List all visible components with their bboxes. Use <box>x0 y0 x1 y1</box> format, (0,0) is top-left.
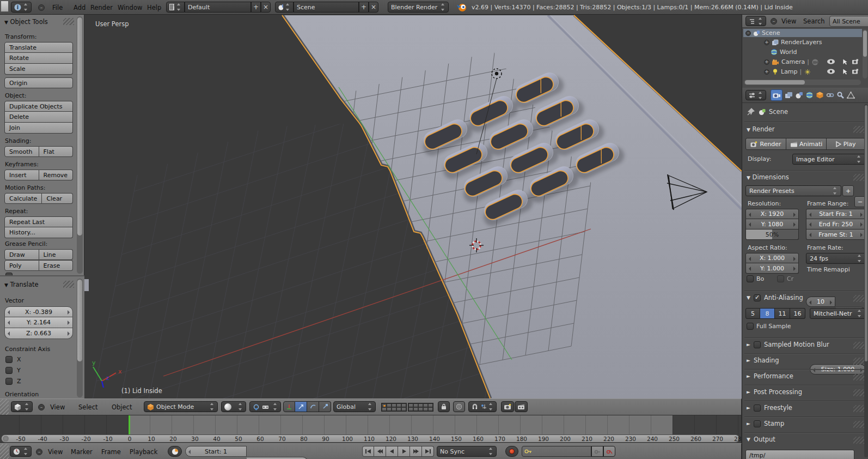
layers-widget-group1[interactable] <box>381 403 407 412</box>
tab-render-layers[interactable] <box>785 92 793 99</box>
vp-menu-object[interactable]: Object <box>112 403 132 411</box>
layer-toggle[interactable] <box>392 407 396 411</box>
insert-keyframe-button[interactable] <box>591 446 603 457</box>
area-corner-widget[interactable] <box>0 399 9 415</box>
panel-performance[interactable]: ►Performance <box>747 372 793 380</box>
sync-mode-select[interactable]: No Sync <box>437 446 497 457</box>
gp-poly-button[interactable]: Poly <box>4 260 39 271</box>
tab-modifiers[interactable] <box>836 92 845 99</box>
origin-button[interactable]: Origin <box>4 77 73 88</box>
add-scene-button[interactable]: + <box>359 2 369 13</box>
aa-filter-select[interactable]: Mitchell-Netr <box>810 308 866 319</box>
area-corner-widget[interactable] <box>0 444 9 459</box>
play-button[interactable] <box>398 446 410 457</box>
panel-shading[interactable]: ►Shading <box>747 357 779 364</box>
play-animation-button[interactable]: Play <box>827 138 865 150</box>
layer-toggle[interactable] <box>396 403 401 407</box>
vp-menu-view[interactable]: View <box>50 403 65 411</box>
properties-vscrollbar[interactable] <box>864 104 868 457</box>
layer-toggle[interactable] <box>418 403 423 407</box>
menu-add[interactable]: Add <box>74 4 85 11</box>
vector-x-field[interactable]: X: -0.389 <box>4 306 73 317</box>
panel-drag-widget[interactable] <box>63 281 74 288</box>
lamp-data-icon[interactable] <box>804 69 811 75</box>
collapse-icon[interactable]: – <box>745 31 751 36</box>
display-select[interactable]: Image Editor <box>792 154 865 165</box>
manipulator-axis-toggle[interactable] <box>283 401 295 412</box>
auto-keyframe-toggle[interactable] <box>505 446 518 457</box>
layer-toggle[interactable] <box>428 407 433 411</box>
freestyle-checkbox[interactable] <box>754 404 761 412</box>
delete-button[interactable]: Delete <box>4 112 73 123</box>
viewport-canvas[interactable]: y x z User Persp (1) Lid Inside <box>84 15 742 398</box>
tab-world[interactable] <box>805 92 814 99</box>
outliner-row-renderlayers[interactable]: + RenderLayers <box>764 39 822 46</box>
tab-constraints[interactable] <box>826 92 834 99</box>
pivot-point-select[interactable] <box>249 401 281 412</box>
vector-z-field[interactable]: Z: 0.663 <box>4 328 73 339</box>
remove-keyframe-button[interactable]: Remove <box>39 170 74 180</box>
object-tools-panel-header[interactable]: ▼ Object Tools <box>4 18 48 26</box>
layers-widget-group2[interactable] <box>408 403 433 412</box>
outliner-row-world[interactable]: World <box>771 49 797 56</box>
gp-line-button[interactable]: Line <box>39 249 74 260</box>
panel-drag-widget[interactable] <box>853 373 864 381</box>
translate-panel-header[interactable]: ▼ Translate <box>4 281 39 288</box>
proportional-edit-toggle[interactable] <box>453 401 465 412</box>
rotate-button[interactable]: Rotate <box>4 53 73 64</box>
panel-drag-widget[interactable] <box>853 389 864 396</box>
camera-visibility-icons[interactable] <box>827 58 861 65</box>
translate-panel-scrollbar[interactable] <box>77 279 83 397</box>
current-frame-marker[interactable] <box>129 415 130 434</box>
render-panel-header[interactable]: ▼ Render <box>747 125 775 133</box>
editor-type-select[interactable] <box>745 90 766 100</box>
scene-icon-box[interactable] <box>275 2 294 13</box>
panel-stamp[interactable]: ►Stamp <box>747 420 784 427</box>
pin-icon[interactable] <box>747 107 755 116</box>
render-opengl-button[interactable] <box>501 401 514 412</box>
insert-keyframe-button[interactable]: Insert <box>4 170 39 180</box>
play-reverse-button[interactable] <box>386 446 398 457</box>
outliner-row-camera[interactable]: + Camera | <box>764 58 819 65</box>
panel-post-processing[interactable]: ►Post Processing <box>747 388 802 396</box>
full-sample-checkbox[interactable] <box>747 323 754 330</box>
frame-step-field[interactable]: Frame St: 1 <box>806 230 866 240</box>
panel-sampled-motion-blur[interactable]: ►Sampled Motion Blur <box>747 341 829 348</box>
menu-file[interactable]: File <box>52 4 63 11</box>
tl-menu-marker[interactable]: Marker <box>71 448 93 456</box>
delete-scene-button[interactable]: × <box>369 2 378 13</box>
frame-end-field[interactable]: End Fr: 250 <box>806 219 866 230</box>
panel-drag-widget[interactable] <box>853 358 864 365</box>
camera-data-icon[interactable] <box>811 59 819 65</box>
layer-toggle[interactable] <box>413 403 418 407</box>
layer-toggle[interactable] <box>382 403 387 407</box>
aa-samples-5[interactable]: 5 <box>745 308 760 319</box>
tl-menu-view[interactable]: View <box>48 448 63 456</box>
calculate-paths-button[interactable]: Calculate <box>4 193 42 204</box>
panel-drag-widget[interactable] <box>853 126 864 133</box>
delete-layout-button[interactable]: × <box>261 2 271 13</box>
clear-paths-button[interactable]: Clear <box>42 193 73 204</box>
jump-prev-keyframe-button[interactable] <box>374 446 386 457</box>
layer-toggle[interactable] <box>401 407 406 411</box>
keying-set-field[interactable] <box>522 446 591 457</box>
vp-menu-select[interactable]: Select <box>78 403 97 411</box>
stamp-checkbox[interactable] <box>754 420 761 427</box>
layer-toggle[interactable] <box>418 407 423 411</box>
layer-toggle[interactable] <box>387 407 392 411</box>
panel-drag-widget[interactable] <box>853 174 864 181</box>
render-image-button[interactable]: Render <box>745 138 786 150</box>
jump-next-keyframe-button[interactable] <box>410 446 422 457</box>
repeat-last-button[interactable]: Repeat Last <box>4 216 73 227</box>
outliner-filter-select[interactable]: All Scene <box>829 16 868 27</box>
layer-toggle[interactable] <box>408 403 413 407</box>
outliner-hscrollbar[interactable] <box>744 80 861 85</box>
panel-drag-widget[interactable] <box>853 421 864 428</box>
tab-object[interactable] <box>816 92 824 99</box>
panel-drag-widget[interactable] <box>853 405 864 412</box>
editor-type-select[interactable] <box>745 16 766 26</box>
constraint-x-checkbox[interactable] <box>5 356 13 363</box>
gp-erase-button[interactable]: Erase <box>39 260 74 271</box>
outliner-vscrollbar[interactable] <box>863 29 867 78</box>
layer-toggle[interactable] <box>423 407 428 411</box>
